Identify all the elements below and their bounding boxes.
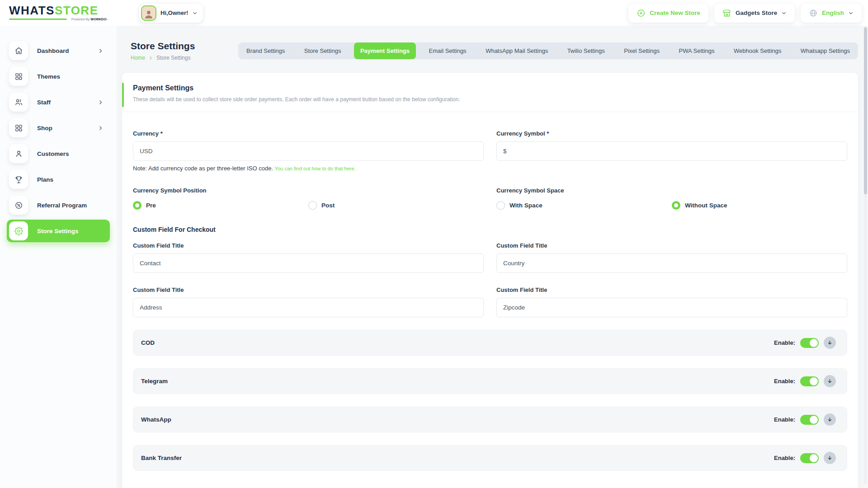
tab-pixel-settings[interactable]: Pixel Settings <box>618 42 666 59</box>
custom-field-title-label: Custom Field Title <box>496 242 847 249</box>
tab-twilio-settings[interactable]: Twilio Settings <box>561 42 611 59</box>
arrow-down-icon <box>827 340 833 346</box>
custom-field-zipcode-input[interactable] <box>496 298 847 317</box>
grid-icon <box>9 67 28 86</box>
user-menu[interactable]: Hi,Owner! <box>139 4 203 23</box>
tab-whatsapp-settings[interactable]: Whatsapp Settings <box>794 42 856 59</box>
telegram-expand-button[interactable] <box>824 375 836 387</box>
method-row-cod: COD Enable: <box>133 330 847 356</box>
payment-settings-card: Payment Settings These details will be u… <box>122 73 858 488</box>
arrow-down-icon <box>827 455 833 461</box>
card-title: Payment Settings <box>133 84 847 92</box>
scrollbar-thumb[interactable] <box>864 27 867 194</box>
chevron-right-icon <box>98 125 104 131</box>
card-description: These details will be used to collect st… <box>133 96 847 103</box>
logo-text: WHATSSTORE <box>9 5 108 16</box>
page-scrollbar[interactable] <box>864 27 867 484</box>
cod-expand-button[interactable] <box>824 337 836 349</box>
method-row-telegram: Telegram Enable: <box>133 368 847 394</box>
enable-label: Enable: <box>774 455 795 461</box>
grid-icon <box>9 118 28 137</box>
create-new-store-button[interactable]: Create New Store <box>628 4 708 23</box>
chevron-right-icon <box>98 48 104 54</box>
method-name: Bank Transfer <box>141 455 182 461</box>
radio-post[interactable]: Post <box>308 201 484 210</box>
tab-store-settings[interactable]: Store Settings <box>298 42 348 59</box>
sidebar-item-plans[interactable]: Plans <box>7 168 110 191</box>
breadcrumb-current: Store Settings <box>156 55 190 61</box>
currency-note: Note: Add currency code as per three-let… <box>133 165 484 172</box>
chevron-right-icon <box>148 56 153 61</box>
radio-checked-icon <box>672 201 680 210</box>
tab-pwa-settings[interactable]: PWA Settings <box>673 42 721 59</box>
radio-unchecked-icon <box>496 201 505 210</box>
whatsstore-logo[interactable]: WHATSSTORE Powered By WORKDO• <box>9 5 108 21</box>
cod-enable-toggle[interactable] <box>800 338 819 348</box>
sidebar-item-customers[interactable]: Customers <box>7 142 110 165</box>
arrow-down-icon <box>827 417 833 422</box>
whatsapp-expand-button[interactable] <box>824 413 836 426</box>
language-selector-button[interactable]: English <box>801 4 862 23</box>
whatsapp-enable-toggle[interactable] <box>800 415 819 425</box>
chevron-down-icon <box>192 10 198 16</box>
method-row-whatsapp: WhatsApp Enable: <box>133 407 847 432</box>
sidebar-item-staff[interactable]: Staff <box>7 91 110 113</box>
globe-icon <box>809 9 818 18</box>
chevron-down-icon <box>848 10 854 16</box>
currency-symbol-input[interactable] <box>496 141 847 161</box>
powered-by-text: Powered By WORKDO• <box>67 17 108 21</box>
custom-field-title-label: Custom Field Title <box>496 286 847 293</box>
breadcrumb: Home Store Settings <box>131 55 238 61</box>
logo-underline <box>9 19 67 20</box>
currency-label: Currency * <box>133 130 484 137</box>
main-content: Store Settings Home Store Settings Brand… <box>117 26 868 488</box>
bank-transfer-expand-button[interactable] <box>824 452 836 464</box>
sidebar-item-referral-program[interactable]: Referral Program <box>7 194 110 216</box>
tab-email-settings[interactable]: Email Settings <box>423 42 473 59</box>
store-selector-button[interactable]: Gadgets Store <box>714 4 795 23</box>
enable-label: Enable: <box>774 339 795 346</box>
trophy-icon <box>9 170 28 189</box>
currency-input[interactable] <box>133 141 484 161</box>
bank-transfer-enable-toggle[interactable] <box>800 453 819 463</box>
radio-unchecked-icon <box>308 201 317 210</box>
method-row-bank-transfer: Bank Transfer Enable: <box>133 445 847 471</box>
custom-field-address-input[interactable] <box>133 298 484 317</box>
method-name: COD <box>141 339 155 346</box>
enable-label: Enable: <box>774 378 795 385</box>
radio-without-space[interactable]: Without Space <box>672 201 847 210</box>
tab-payment-settings[interactable]: Payment Settings <box>354 42 416 59</box>
storefront-icon <box>722 9 731 18</box>
radio-checked-icon <box>133 201 142 210</box>
percent-badge-icon <box>9 196 28 215</box>
sidebar-item-dashboard[interactable]: Dashboard <box>7 39 110 62</box>
radio-pre[interactable]: Pre <box>133 201 308 210</box>
sidebar-item-shop[interactable]: Shop <box>7 117 110 139</box>
symbol-space-label: Currency Symbol Space <box>496 187 847 194</box>
tab-whatsapp-mail-settings[interactable]: WhatsApp Mail Settings <box>479 42 554 59</box>
sidebar-item-themes[interactable]: Themes <box>7 65 110 88</box>
chevron-down-icon <box>781 10 787 16</box>
sidebar-item-store-settings[interactable]: Store Settings <box>7 220 110 242</box>
currency-note-link[interactable]: You can find out how to do that here.. <box>275 166 357 171</box>
settings-tab-bar: Brand Settings Store Settings Payment Se… <box>238 42 858 59</box>
telegram-enable-toggle[interactable] <box>800 376 819 386</box>
tab-webhook-settings[interactable]: Webhook Settings <box>727 42 788 59</box>
method-name: Telegram <box>141 378 168 385</box>
sidebar: Dashboard Themes Staff Shop Customers Pl… <box>0 26 117 488</box>
gear-icon <box>9 221 28 240</box>
arrow-down-icon <box>827 378 833 384</box>
radio-with-space[interactable]: With Space <box>496 201 672 210</box>
tab-brand-settings[interactable]: Brand Settings <box>240 42 291 59</box>
plus-circle-icon <box>637 9 646 18</box>
custom-field-contact-input[interactable] <box>133 253 484 273</box>
breadcrumb-home-link[interactable]: Home <box>131 55 145 61</box>
user-greeting: Hi,Owner! <box>160 9 188 16</box>
chevron-right-icon <box>98 99 104 105</box>
method-name: WhatsApp <box>141 416 171 423</box>
staff-icon <box>9 93 28 112</box>
custom-field-country-input[interactable] <box>496 253 847 273</box>
enable-label: Enable: <box>774 416 795 423</box>
symbol-position-label: Currency Symbol Position <box>133 187 484 194</box>
custom-field-title-label: Custom Field Title <box>133 242 484 249</box>
